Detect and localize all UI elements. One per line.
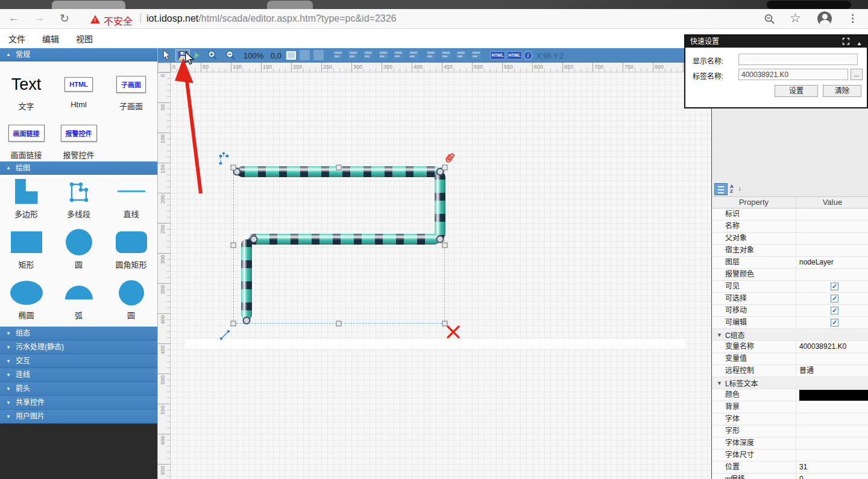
checkbox[interactable]: ✓: [831, 307, 838, 315]
align-middle-icon[interactable]: [394, 50, 403, 59]
preview-play-icon[interactable]: [195, 52, 200, 58]
palette-item-circle2[interactable]: 圆: [105, 276, 157, 327]
clear-button[interactable]: 清除: [823, 85, 861, 97]
browser-tab[interactable]: [267, 1, 313, 9]
property-value[interactable]: [796, 449, 868, 461]
tag-name-input[interactable]: [738, 69, 848, 80]
palette-item-alarm-control[interactable]: 报警控件 报警控件: [52, 117, 105, 166]
zoom-indicator-icon[interactable]: [764, 14, 775, 25]
browser-tab[interactable]: [767, 1, 851, 9]
property-value[interactable]: [796, 389, 868, 401]
property-row[interactable]: 可见✓: [712, 281, 868, 293]
section-header-collapsed[interactable]: ▼组态: [0, 327, 157, 340]
delete-x-icon[interactable]: [445, 324, 461, 340]
property-row[interactable]: 变量名称400038921.K0: [712, 341, 868, 353]
bookmark-star-icon[interactable]: ☆: [790, 11, 801, 25]
zoom-out-icon[interactable]: [225, 50, 236, 61]
checkbox[interactable]: ✓: [831, 295, 838, 302]
property-value[interactable]: ✓: [796, 293, 868, 304]
property-row[interactable]: w偏移0: [712, 474, 868, 479]
palette-item-rect[interactable]: 矩形: [0, 225, 52, 276]
dock-panel-icon[interactable]: [842, 37, 850, 45]
property-row[interactable]: 字体深度: [712, 437, 868, 449]
align-center-icon[interactable]: [348, 50, 358, 59]
insecure-label[interactable]: 不安全: [104, 13, 133, 28]
resize-handle-w[interactable]: [231, 243, 236, 248]
property-row[interactable]: 报警颜色: [712, 269, 868, 281]
property-row[interactable]: 变量值: [712, 353, 868, 365]
resize-handle-ne[interactable]: [442, 165, 448, 171]
line-tool-icon[interactable]: [218, 328, 233, 342]
menu-view[interactable]: 视图: [68, 33, 101, 45]
quick-settings-header[interactable]: 快速设置 ▲: [685, 36, 867, 48]
rotate-icon[interactable]: [313, 50, 324, 60]
palette-item-rounded-rect[interactable]: 圆角矩形: [105, 225, 157, 276]
pipe-vertex[interactable]: [250, 236, 258, 243]
property-value[interactable]: ✓: [796, 305, 868, 316]
property-value[interactable]: [796, 401, 868, 413]
palette-item-line[interactable]: 直线: [105, 175, 157, 225]
property-value[interactable]: [796, 425, 868, 437]
alphabetical-sort-icon[interactable]: AZ↓: [730, 183, 742, 195]
info-icon[interactable]: i: [523, 51, 533, 60]
save-button[interactable]: [175, 49, 190, 61]
same-height-icon[interactable]: [441, 50, 451, 59]
browser-menu-icon[interactable]: ⋮: [848, 12, 858, 25]
html-view-icon[interactable]: HTML: [507, 51, 522, 60]
display-name-input[interactable]: [738, 54, 858, 65]
checkbox[interactable]: ✓: [831, 283, 838, 290]
value-column-header[interactable]: Value: [796, 197, 868, 208]
attach-paperclip-icon[interactable]: [441, 149, 458, 167]
align-right-icon[interactable]: [363, 50, 373, 59]
palette-item-screen-link[interactable]: 画面链接 画面链接: [0, 117, 52, 166]
align-left-icon[interactable]: [333, 50, 343, 59]
pipe-vertex[interactable]: [243, 317, 251, 325]
color-swatch[interactable]: [799, 390, 868, 401]
property-value[interactable]: [796, 221, 868, 232]
property-value[interactable]: nodeLayer: [796, 257, 868, 268]
palette-item-arc[interactable]: 弧: [52, 276, 105, 327]
pipe-segment-left[interactable]: [241, 239, 252, 321]
property-row[interactable]: 颜色: [712, 389, 868, 401]
categorized-view-icon[interactable]: [714, 183, 728, 195]
property-row[interactable]: 位置31: [712, 462, 868, 474]
property-row[interactable]: 可移动✓: [712, 305, 868, 317]
profile-avatar[interactable]: [817, 11, 832, 26]
property-row[interactable]: 父对象: [712, 233, 868, 245]
edit-vertices-icon[interactable]: [218, 152, 232, 166]
distribute-icon[interactable]: [471, 50, 481, 59]
back-icon[interactable]: ←: [6, 11, 22, 25]
browser-tab[interactable]: [52, 1, 125, 9]
copy-icon[interactable]: [300, 50, 310, 60]
same-size-icon[interactable]: [456, 50, 466, 59]
forward-icon[interactable]: →: [31, 11, 47, 25]
palette-item-html[interactable]: HTML Html: [52, 69, 105, 117]
set-button[interactable]: 设置: [775, 85, 818, 97]
section-header-collapsed[interactable]: ▼箭头: [0, 382, 157, 396]
property-value[interactable]: [796, 233, 868, 244]
property-value[interactable]: 400038921.K0: [796, 341, 868, 352]
menu-file[interactable]: 文件: [0, 33, 34, 45]
palette-item-subscreen[interactable]: 子画面 子画面: [105, 69, 157, 117]
align-top-icon[interactable]: [379, 50, 388, 59]
property-value[interactable]: 0: [796, 474, 868, 479]
zoom-in-icon[interactable]: [207, 50, 218, 61]
property-row[interactable]: 图层nodeLayer: [712, 257, 868, 269]
property-value[interactable]: 普通: [796, 365, 868, 377]
property-row[interactable]: 字体尺寸: [712, 449, 868, 462]
property-row[interactable]: 背景: [712, 401, 868, 413]
property-value[interactable]: ✓: [796, 317, 868, 328]
pipe-segment-middle[interactable]: [248, 234, 440, 245]
property-value[interactable]: 31: [796, 462, 868, 473]
property-row[interactable]: 字形: [712, 425, 868, 437]
resize-handle-sw[interactable]: [231, 321, 236, 327]
property-column-header[interactable]: Property: [712, 197, 796, 208]
palette-item-circle[interactable]: 圆: [52, 225, 105, 276]
property-value[interactable]: [796, 437, 868, 449]
property-value[interactable]: [796, 245, 868, 256]
section-header-collapsed[interactable]: ▼用户图片: [0, 410, 157, 424]
reload-icon[interactable]: ↻: [57, 11, 72, 25]
palette-item-text[interactable]: Text 文字: [0, 69, 52, 117]
property-row[interactable]: 名称: [712, 221, 868, 233]
property-section-row[interactable]: ▼L标签文本: [712, 377, 868, 389]
